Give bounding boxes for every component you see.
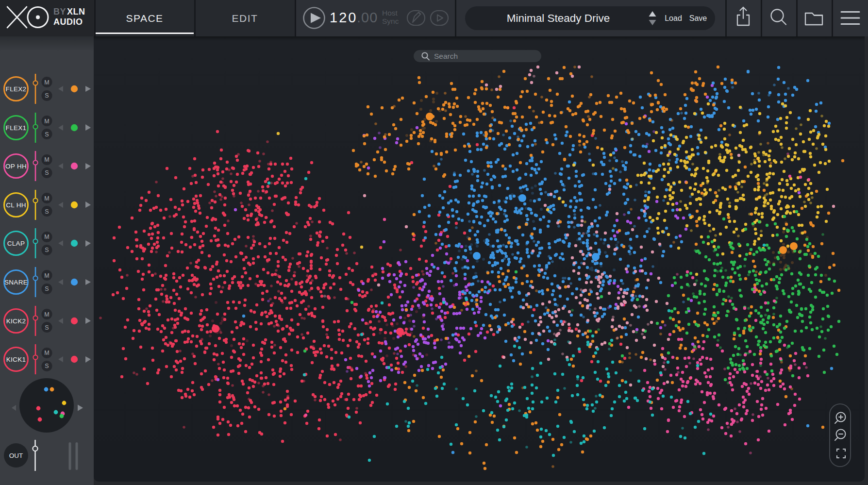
svg-text:S: S bbox=[45, 92, 49, 99]
svg-text:Host: Host bbox=[382, 9, 398, 17]
svg-text:S: S bbox=[45, 285, 49, 292]
svg-text:S: S bbox=[45, 169, 49, 176]
svg-text:M: M bbox=[44, 350, 49, 356]
svg-text:KICK2: KICK2 bbox=[6, 318, 26, 325]
svg-text:M: M bbox=[44, 311, 49, 318]
svg-text:M: M bbox=[44, 118, 49, 125]
svg-text:KICK1: KICK1 bbox=[6, 356, 26, 363]
svg-text:FLEX1: FLEX1 bbox=[6, 124, 27, 132]
svg-text:M: M bbox=[44, 234, 49, 240]
svg-text:M: M bbox=[44, 195, 49, 202]
svg-text:M: M bbox=[44, 79, 49, 86]
svg-text:M: M bbox=[44, 156, 49, 163]
svg-text:.00: .00 bbox=[357, 10, 378, 25]
svg-text:120: 120 bbox=[330, 10, 357, 25]
svg-text:CLAP: CLAP bbox=[7, 240, 25, 247]
svg-text:S: S bbox=[45, 324, 49, 331]
svg-text:S: S bbox=[45, 247, 49, 253]
svg-text:AUDIO: AUDIO bbox=[53, 17, 83, 27]
svg-text:S: S bbox=[45, 363, 49, 369]
svg-text:CL HH: CL HH bbox=[6, 201, 26, 209]
svg-text:Sync: Sync bbox=[382, 17, 399, 25]
svg-text:OP HH: OP HH bbox=[5, 163, 27, 170]
svg-text:XLN: XLN bbox=[67, 7, 85, 17]
svg-text:BY: BY bbox=[53, 7, 66, 17]
svg-text:SNARE: SNARE bbox=[4, 279, 28, 286]
svg-text:M: M bbox=[44, 272, 49, 279]
svg-text:S: S bbox=[45, 208, 49, 215]
svg-text:OUT: OUT bbox=[9, 452, 23, 459]
svg-text:FLEX2: FLEX2 bbox=[6, 85, 27, 93]
svg-text:S: S bbox=[45, 131, 49, 138]
